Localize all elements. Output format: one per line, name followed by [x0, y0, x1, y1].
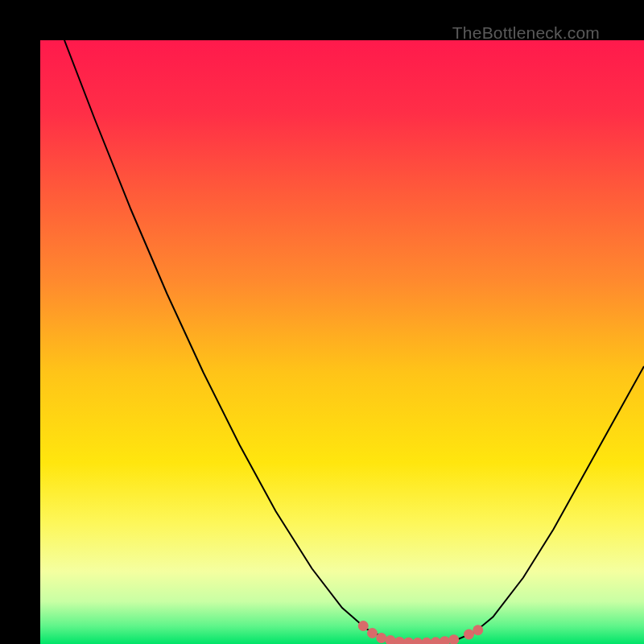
note-marker	[367, 628, 378, 638]
note-marker	[376, 633, 386, 643]
note-marker	[473, 625, 483, 635]
note-marker	[464, 630, 474, 640]
gradient-background	[40, 40, 644, 644]
chart-frame: TheBottleneck.com	[0, 0, 644, 644]
note-marker	[358, 621, 369, 631]
bottleneck-plot	[40, 40, 644, 644]
watermark-text: TheBottleneck.com	[452, 23, 600, 43]
